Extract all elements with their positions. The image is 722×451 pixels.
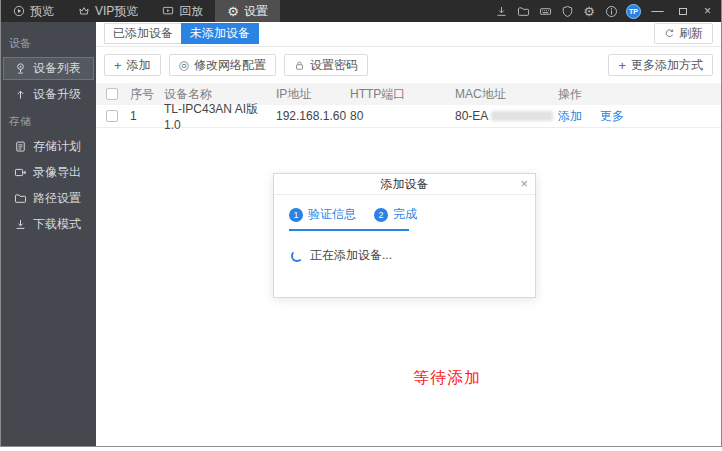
add-button-label: 添加 — [127, 57, 151, 74]
dialog-header: 添加设备 × — [274, 174, 535, 195]
step-finish: 2 完成 — [374, 206, 417, 223]
dialog-title: 添加设备 — [381, 176, 429, 193]
plus-icon: + — [618, 59, 626, 72]
loading-text: 正在添加设备... — [310, 247, 392, 264]
modify-network-label: 修改网络配置 — [194, 57, 266, 74]
sidebar-item-label: 设备升级 — [33, 86, 81, 103]
camera-icon — [14, 62, 27, 75]
download-icon[interactable] — [494, 4, 508, 18]
cell-mac: 80-EA — [455, 109, 558, 123]
step-number-badge: 1 — [289, 208, 303, 222]
tp-account-logo[interactable]: TP — [626, 4, 641, 19]
header-index: 序号 — [130, 86, 164, 103]
loading-spinner-icon — [291, 250, 303, 262]
sidebar-item-label: 存储计划 — [33, 138, 81, 155]
more-add-methods-label: 更多添加方式 — [631, 57, 703, 74]
tab-playback-label: 回放 — [179, 3, 203, 20]
shield-icon[interactable] — [560, 4, 574, 18]
minimize-button[interactable]: — — [649, 0, 666, 22]
modify-network-button[interactable]: ◎ 修改网络配置 — [169, 54, 276, 76]
row-add-link[interactable]: 添加 — [558, 108, 582, 125]
select-all-checkbox[interactable] — [106, 88, 118, 100]
titlebar-actions: ⚙ TP — × — [494, 0, 721, 22]
refresh-label: 刷新 — [679, 25, 703, 42]
table-row: 1 TL-IPC43AN AI版 1.0 192.168.1.60 80 80-… — [96, 105, 721, 128]
titlebar-tabs: 预览 VIP预览 回放 ⚙ 设置 — [1, 0, 280, 22]
app-window: 预览 VIP预览 回放 ⚙ 设置 ⚙ TP — × — [0, 0, 722, 447]
cell-actions: 添加 更多 — [558, 108, 721, 125]
header-checkbox-cell — [106, 88, 130, 100]
sidebar-item-label: 下载模式 — [33, 216, 81, 233]
close-icon[interactable]: × — [520, 174, 528, 195]
sidebar-item-download-mode[interactable]: 下载模式 — [3, 213, 94, 236]
sidebar-item-device-list[interactable]: 设备列表 — [3, 57, 94, 80]
step-verify-info: 1 验证信息 — [289, 206, 356, 223]
dialog-loading: 正在添加设备... — [291, 247, 535, 264]
step-label: 完成 — [393, 206, 417, 223]
step-label: 验证信息 — [308, 206, 356, 223]
titlebar: 预览 VIP预览 回放 ⚙ 设置 ⚙ TP — × — [1, 0, 721, 22]
header-http-port: HTTP端口 — [350, 86, 455, 103]
header-mac: MAC地址 — [455, 86, 558, 103]
maximize-icon — [679, 8, 687, 15]
sidebar-item-label: 设备列表 — [33, 60, 81, 77]
info-icon[interactable] — [604, 4, 618, 18]
add-button[interactable]: + 添加 — [104, 54, 161, 76]
sidebar-item-video-export[interactable]: 录像导出 — [3, 161, 94, 184]
cell-device-name: TL-IPC43AN AI版 1.0 — [164, 101, 276, 132]
play-circle-icon — [13, 5, 25, 17]
cell-http-port: 80 — [350, 109, 455, 123]
add-device-dialog: 添加设备 × 1 验证信息 2 完成 正在添加设备... — [273, 173, 536, 298]
tab-added-devices[interactable]: 已添加设备 — [104, 23, 181, 44]
tab-preview-label: 预览 — [30, 3, 54, 20]
row-more-link[interactable]: 更多 — [600, 108, 624, 125]
step-number-badge: 2 — [374, 208, 388, 222]
crown-icon — [78, 5, 90, 17]
tab-not-added-devices[interactable]: 未添加设备 — [181, 23, 259, 44]
sidebar-item-device-upgrade[interactable]: 设备升级 — [3, 83, 94, 106]
toolbar: + 添加 ◎ 修改网络配置 设置密码 + 更多添加方式 — [96, 47, 721, 83]
set-password-button[interactable]: 设置密码 — [284, 54, 368, 76]
dialog-steps: 1 验证信息 2 完成 — [289, 206, 520, 223]
upgrade-arrow-icon — [14, 88, 27, 101]
tab-vip-preview[interactable]: VIP预览 — [66, 0, 150, 22]
set-password-label: 设置密码 — [310, 57, 358, 74]
maximize-button[interactable] — [674, 8, 691, 15]
tab-playback[interactable]: 回放 — [150, 0, 215, 22]
sidebar-item-label: 路径设置 — [33, 190, 81, 207]
mac-redacted-blur — [491, 111, 553, 121]
tab-settings-label: 设置 — [244, 3, 268, 20]
sidebar-section-storage: 存储 — [1, 109, 96, 135]
cell-ip: 192.168.1.60 — [276, 109, 350, 123]
close-button[interactable]: × — [699, 0, 716, 22]
plus-icon: + — [114, 59, 122, 72]
row-checkbox-cell — [106, 110, 130, 122]
refresh-button[interactable]: 刷新 — [654, 23, 713, 44]
folder-path-icon — [14, 192, 27, 205]
cell-index: 1 — [130, 109, 164, 123]
sidebar-item-storage-plan[interactable]: 存储计划 — [3, 135, 94, 158]
sidebar: 设备 设备列表 设备升级 存储 存储计划 录像导出 路径设置 — [1, 22, 96, 446]
sidebar-section-device: 设备 — [1, 31, 96, 57]
sidebar-item-label: 录像导出 — [33, 164, 81, 181]
more-add-methods-button[interactable]: + 更多添加方式 — [608, 54, 713, 76]
tab-settings[interactable]: ⚙ 设置 — [215, 0, 280, 22]
row-checkbox[interactable] — [106, 110, 118, 122]
device-tabs: 已添加设备 未添加设备 — [104, 23, 259, 44]
waiting-status-text: 等待添加 — [413, 368, 481, 389]
folder-icon[interactable] — [516, 4, 530, 18]
device-keyboard-icon[interactable] — [538, 4, 552, 18]
gear-icon[interactable]: ⚙ — [582, 4, 596, 18]
sidebar-item-path-settings[interactable]: 路径设置 — [3, 187, 94, 210]
header-ip: IP地址 — [276, 86, 350, 103]
playback-icon — [162, 5, 174, 17]
download-mode-icon — [14, 218, 27, 231]
tab-vip-preview-label: VIP预览 — [95, 3, 138, 20]
tab-preview[interactable]: 预览 — [1, 0, 66, 22]
steps-active-underline — [289, 229, 409, 231]
network-config-icon: ◎ — [179, 59, 189, 71]
refresh-icon — [664, 28, 675, 39]
header-actions: 操作 — [558, 86, 721, 103]
device-tabs-row: 已添加设备 未添加设备 刷新 — [96, 22, 721, 47]
video-export-icon — [14, 166, 27, 179]
